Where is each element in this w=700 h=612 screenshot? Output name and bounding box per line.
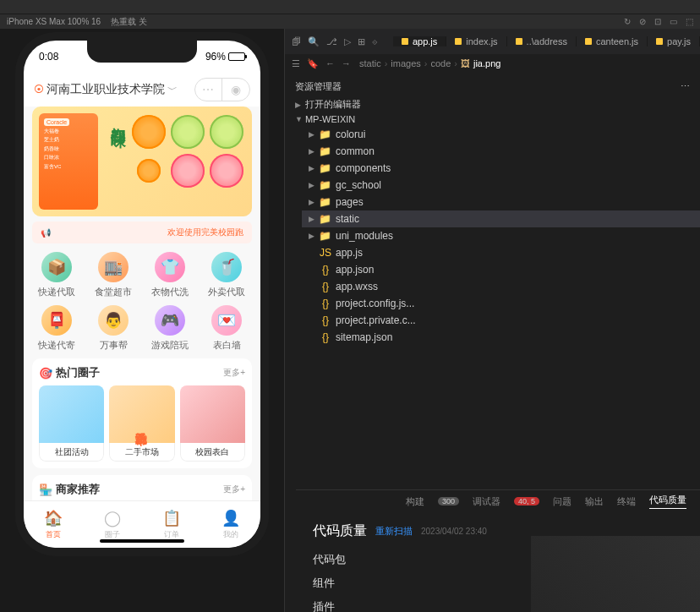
open-editors-section[interactable]: ▶打开的编辑器 — [285, 96, 700, 112]
notice-bar[interactable]: 📢 欢迎使用完美校园跑 — [32, 221, 252, 243]
rescan-button[interactable]: 重新扫描 — [375, 525, 413, 538]
circle-card[interactable]: 跳蚤市场二手市场 — [109, 385, 174, 462]
code-package-section[interactable]: 代码包 — [313, 552, 683, 567]
capsule-close-button[interactable]: ◉ — [222, 79, 249, 101]
editor-tab[interactable]: ..\address — [507, 36, 577, 46]
detach-icon[interactable]: ⬚ — [686, 17, 693, 26]
tab-首页[interactable]: 🏠首页 — [24, 501, 83, 548]
tab-icon: ◯ — [104, 509, 121, 527]
back-icon[interactable]: ← — [325, 58, 335, 69]
tree-item[interactable]: ▶📁uni_modules — [302, 227, 700, 244]
menu-icon[interactable]: ☰ — [292, 58, 300, 69]
breadcrumb-segment[interactable]: jia.png — [473, 58, 500, 68]
editor-tabs: 🗐 🔍 ⎇ ▷ ⊞ ⟐ app.jsindex.js..\addresscant… — [285, 29, 700, 54]
panel-tab-输出[interactable]: 输出 — [585, 495, 604, 508]
branch-icon[interactable]: ⎇ — [326, 36, 337, 47]
device-model[interactable]: iPhone XS Max 100% 16 — [7, 17, 101, 26]
circle-card[interactable]: 社团活动 — [39, 385, 104, 462]
grid-icon: 📦 — [41, 252, 72, 282]
explorer-more-icon[interactable]: ⋯ — [681, 81, 690, 92]
tab-label: app.js — [413, 36, 437, 46]
grid-item-万事帮[interactable]: 👨万事帮 — [89, 305, 139, 352]
device-action-icons: ↻ ⊘ ⊡ ▭ ⬚ — [624, 17, 693, 26]
brush-icon[interactable]: ⟐ — [372, 36, 378, 47]
breadcrumb-path[interactable]: static›images›code›🖼 jia.png — [359, 58, 500, 68]
stop-icon[interactable]: ⊘ — [639, 17, 646, 26]
js-file-icon — [585, 38, 592, 45]
circle-label: 社团活动 — [39, 443, 104, 462]
tab-icon: 🏠 — [44, 509, 63, 527]
grid-item-快递代寄[interactable]: 📮快递代寄 — [32, 305, 82, 352]
capsule-menu: ⋯ ◉ — [194, 78, 250, 101]
tree-item[interactable]: JSapp.js — [302, 244, 700, 261]
more-link[interactable]: 更多+ — [223, 367, 245, 379]
tree-item[interactable]: ▶📁static — [302, 210, 700, 227]
tree-item[interactable]: {}app.json — [302, 261, 700, 278]
tree-item[interactable]: {}project.config.js... — [302, 295, 700, 312]
tree-item[interactable]: {}sitemap.json — [302, 329, 700, 346]
editor-tab[interactable]: app.js — [393, 36, 446, 46]
panel-tab-终端[interactable]: 终端 — [617, 495, 636, 508]
plugins-section[interactable]: 插件 — [313, 599, 683, 612]
grid-icon: 🏬 — [98, 252, 129, 282]
tab-icon: 👤 — [221, 509, 240, 527]
panel-tab-构建[interactable]: 构建 — [406, 495, 424, 508]
hot-reload-toggle[interactable]: 热重载 关 — [111, 16, 147, 28]
fruit-lime-icon — [171, 115, 205, 149]
bookmark-icon[interactable]: 🔖 — [307, 58, 319, 69]
section-title: 热门圈子 — [56, 365, 100, 380]
tree-item[interactable]: ▶📁components — [302, 160, 700, 177]
app-body[interactable]: Coracle 大福卷 芝士奶 奶香味 口味浓 富含VC 初春口味 — [24, 107, 260, 505]
tab-label: 首页 — [46, 529, 61, 540]
circle-card[interactable]: 校园表白 — [180, 385, 245, 462]
grid-icon: 👕 — [155, 252, 185, 282]
refresh-icon[interactable]: ↻ — [624, 17, 631, 26]
grid-icon: 🥤 — [211, 252, 242, 282]
search-icon[interactable]: 🔍 — [308, 36, 320, 47]
forward-icon[interactable]: → — [342, 58, 351, 69]
target-icon: 🎯 — [39, 367, 52, 380]
breadcrumb-segment[interactable]: images — [391, 58, 420, 68]
screenshot-icon[interactable]: ⊡ — [654, 17, 661, 26]
notch — [87, 41, 197, 63]
breadcrumb-segment[interactable]: static — [359, 58, 381, 68]
banner[interactable]: Coracle 大福卷 芝士奶 奶香味 口味浓 富含VC 初春口味 — [32, 107, 252, 216]
tree-item[interactable]: ▶📁gc_school — [302, 177, 700, 194]
location-picker[interactable]: ⦿ 河南工业职业技术学院 ﹀ — [34, 82, 178, 97]
grid-item-外卖代取[interactable]: 🥤外卖代取 — [202, 252, 252, 298]
ext-icon[interactable]: ⊞ — [358, 36, 365, 47]
capsule-more-button[interactable]: ⋯ — [195, 79, 222, 101]
panel-tab-问题[interactable]: 问题 — [553, 495, 571, 508]
tree-item[interactable]: ▶📁colorui — [302, 126, 700, 143]
banner-title: 初春口味 — [108, 115, 129, 122]
tree-label: common — [336, 145, 375, 157]
editor-tab[interactable]: canteen.js — [577, 36, 648, 46]
tree-item[interactable]: {}app.wxss — [302, 278, 700, 295]
tree-item[interactable]: ▶📁pages — [302, 194, 700, 210]
tree-item[interactable]: {}project.private.c... — [302, 312, 700, 329]
tab-我的[interactable]: 👤我的 — [201, 501, 260, 548]
editor-tab[interactable]: index.js — [446, 36, 506, 46]
debug-icon[interactable]: ▷ — [344, 36, 351, 47]
components-section[interactable]: 组件 — [313, 576, 683, 591]
simulator-panel: 0:08 96% ⦿ 河南工业职业技术学院 ﹀ ⋯ ◉ — [0, 29, 284, 612]
grid-item-食堂超市[interactable]: 🏬食堂超市 — [89, 252, 139, 298]
grid-item-游戏陪玩[interactable]: 🎮游戏陪玩 — [145, 305, 195, 352]
grid-item-衣物代洗[interactable]: 👕衣物代洗 — [145, 252, 195, 298]
editor-tab[interactable]: pay.js — [648, 36, 700, 46]
device-icon[interactable]: ▭ — [670, 17, 677, 26]
tree-item[interactable]: ▶📁common — [302, 143, 700, 160]
grid-item-表白墙[interactable]: 💌表白墙 — [202, 305, 252, 352]
grid-item-快递代取[interactable]: 📦快递代取 — [32, 252, 82, 298]
panel-tab-代码质量[interactable]: 代码质量 — [649, 494, 686, 509]
files-icon[interactable]: 🗐 — [292, 36, 301, 47]
grid-label: 衣物代洗 — [151, 286, 189, 298]
project-root[interactable]: ▼MP-WEIXIN — [285, 112, 700, 126]
tab-label: 我的 — [223, 529, 238, 540]
status-time: 0:08 — [39, 51, 58, 63]
panel-tab-调试器[interactable]: 调试器 — [473, 495, 500, 508]
tree-label: project.config.js... — [336, 298, 414, 309]
grid-label: 食堂超市 — [95, 286, 132, 298]
more-link[interactable]: 更多+ — [223, 484, 245, 495]
breadcrumb-segment[interactable]: code — [430, 58, 451, 68]
